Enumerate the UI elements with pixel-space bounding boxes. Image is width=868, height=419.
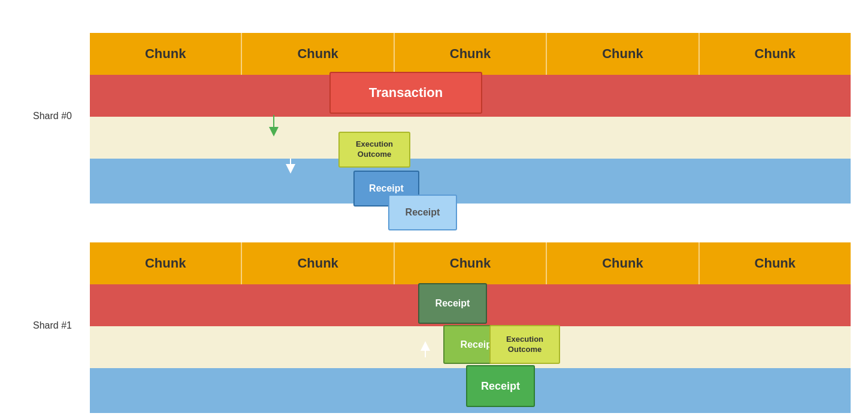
shard0-block: Chunk Chunk Chunk Chunk Chunk Transactio…: [90, 33, 851, 207]
transaction-box: Transaction: [329, 72, 482, 114]
shard0-receipt-row: [90, 159, 851, 204]
shard1-receipt-darkgreen: Receipt: [418, 283, 487, 324]
shard1-receipt-brightgreen: Receipt: [466, 365, 535, 407]
shard0-chunk-5: Chunk: [700, 33, 851, 75]
shard0-execution-outcome-box: Execution Outcome: [338, 132, 410, 168]
shard1-chunk-row: Chunk Chunk Chunk Chunk Chunk: [90, 242, 851, 284]
shard0-chunk-2: Chunk: [242, 33, 394, 75]
shard1-chunk-3: Chunk: [395, 242, 547, 284]
shard0-label: Shard #0: [33, 111, 72, 122]
shard0-chunk-4: Chunk: [547, 33, 699, 75]
shard0-chunk-3: Chunk: [395, 33, 547, 75]
shard1-label: Shard #1: [33, 320, 72, 331]
shard0-exec-row: [90, 117, 851, 159]
shard1-chunk-5: Chunk: [700, 242, 851, 284]
shard1-chunk-1: Chunk: [90, 242, 242, 284]
shard1-block: Chunk Chunk Chunk Chunk Chunk Receipt Re…: [90, 242, 851, 416]
shard0-chunk-1: Chunk: [90, 33, 242, 75]
diagram-container: Shard #0 Chunk Chunk Chunk Chunk Chunk T…: [0, 0, 868, 419]
shard1-receipt-intransit: Receipt: [388, 195, 457, 230]
shard1-chunk-4: Chunk: [547, 242, 699, 284]
shard1-chunk-2: Chunk: [242, 242, 394, 284]
shard1-execution-outcome-box: Execution Outcome: [489, 325, 560, 364]
shard0-chunk-row: Chunk Chunk Chunk Chunk Chunk: [90, 33, 851, 75]
